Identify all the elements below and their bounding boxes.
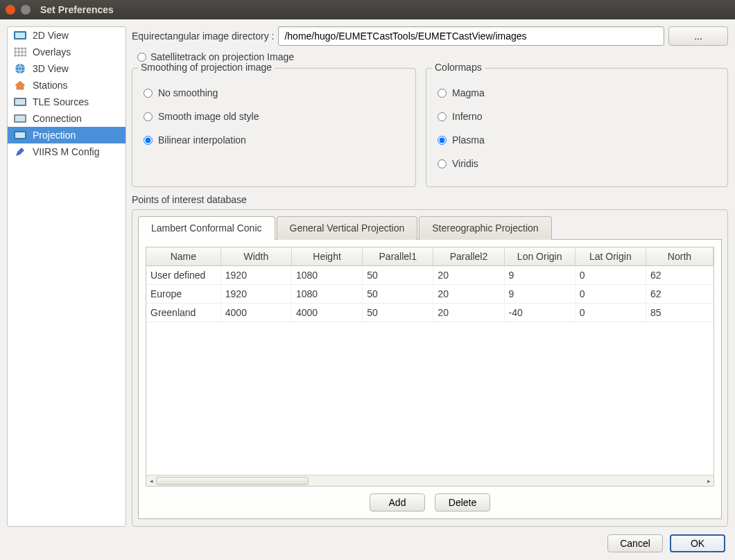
sidebar-item-stations[interactable]: Stations — [8, 77, 126, 94]
table-cell[interactable]: Greenland — [146, 304, 220, 322]
colormap-radio-2[interactable] — [438, 136, 447, 145]
add-button[interactable]: Add — [370, 493, 425, 511]
table-cell[interactable]: 20 — [433, 266, 504, 285]
equirect-dir-label: Equirectangular image directory : — [132, 30, 274, 42]
poi-table: NameWidthHeightParallel1Parallel2Lon Ori… — [146, 247, 714, 322]
cancel-button[interactable]: Cancel — [607, 534, 663, 552]
table-cell[interactable]: 62 — [646, 285, 713, 304]
table-cell[interactable]: 62 — [646, 266, 713, 285]
table-cell[interactable]: 50 — [363, 266, 433, 285]
column-header[interactable]: Parallel1 — [363, 247, 433, 266]
table-cell[interactable]: 4000 — [291, 304, 362, 322]
table-cell[interactable]: 9 — [504, 285, 575, 304]
table-cell[interactable]: 50 — [363, 285, 433, 304]
dialog-footer: Cancel OK — [0, 534, 735, 553]
sidebar-item-label: Stations — [33, 80, 68, 91]
house-icon — [13, 80, 27, 91]
colormap-radio-1[interactable] — [438, 112, 447, 121]
colormap-option-label: Viridis — [452, 158, 478, 169]
poi-table-wrap: NameWidthHeightParallel1Parallel2Lon Ori… — [146, 247, 714, 487]
column-header[interactable]: Height — [291, 247, 362, 266]
title-bar: Set Preferences — [0, 0, 735, 19]
delete-button[interactable]: Delete — [435, 493, 490, 511]
colormap-radio-3[interactable] — [438, 159, 447, 168]
pen-icon — [13, 146, 27, 157]
sidebar-item-tle-sources[interactable]: TLE Sources — [8, 94, 126, 110]
table-cell[interactable]: Europe — [146, 285, 220, 304]
colormap-option-label: Plasma — [452, 134, 485, 146]
colormap-radio-0[interactable] — [438, 89, 447, 98]
table-cell[interactable]: -40 — [504, 304, 575, 322]
sidebar-item-label: VIIRS M Config — [33, 146, 99, 157]
scroll-thumb[interactable] — [156, 477, 309, 485]
table-cell[interactable]: 0 — [575, 304, 646, 322]
sidebar-item-label: Overlays — [33, 46, 71, 58]
table-cell[interactable]: 50 — [363, 304, 433, 322]
scroll-right-icon[interactable]: ▸ — [704, 475, 714, 487]
map-2d-icon — [13, 30, 27, 41]
svg-rect-1 — [15, 33, 25, 38]
sidebar-item-overlays[interactable]: Overlays — [8, 44, 126, 60]
table-cell[interactable]: 85 — [646, 304, 713, 322]
table-row[interactable]: User defined1920108050209062 — [146, 266, 714, 285]
table-cell[interactable]: 1080 — [291, 266, 362, 285]
browse-button[interactable]: ... — [668, 26, 728, 46]
scroll-left-icon[interactable]: ◂ — [146, 475, 156, 487]
column-header[interactable]: Name — [146, 247, 220, 266]
equirect-dir-input[interactable] — [278, 26, 664, 46]
sidebar-item-3d-view[interactable]: 3D View — [8, 60, 126, 77]
sidebar-item-label: 2D View — [33, 30, 69, 41]
colormaps-group: Colormaps MagmaInfernoPlasmaViridis — [426, 68, 728, 187]
tab-general-vertical-projection[interactable]: General Vertical Projection — [277, 216, 418, 240]
table-row[interactable]: Europe1920108050209062 — [146, 285, 714, 304]
table-cell[interactable]: 0 — [575, 266, 646, 285]
column-header[interactable]: Lon Origin — [504, 247, 575, 266]
sidebar-item-label: Projection — [33, 130, 76, 141]
close-icon[interactable] — [6, 5, 15, 15]
poi-database-box: Lambert Conformal ConicGeneral Vertical … — [132, 209, 728, 527]
column-header[interactable]: Width — [220, 247, 291, 266]
map-proj-icon — [13, 130, 27, 141]
sidebar-item-projection[interactable]: Projection — [8, 127, 126, 143]
table-cell[interactable]: 9 — [504, 266, 575, 285]
sat-track-radio[interactable] — [137, 53, 146, 62]
sidebar-item-label: 3D View — [33, 63, 69, 74]
table-cell[interactable]: 20 — [433, 285, 504, 304]
table-cell[interactable]: 0 — [575, 285, 646, 304]
sat-track-label: Satellitetrack on projection Image — [150, 51, 294, 62]
column-header[interactable]: Parallel2 — [433, 247, 504, 266]
svg-rect-15 — [15, 116, 25, 121]
minimize-icon[interactable] — [21, 5, 31, 15]
sidebar-item-connection[interactable]: Connection — [8, 110, 126, 127]
table-row[interactable]: Greenland400040005020-40085 — [146, 304, 714, 322]
sidebar-item-viirs-m-config[interactable]: VIIRS M Config — [8, 143, 126, 160]
svg-point-9 — [15, 64, 25, 73]
smoothing-radio-1[interactable] — [144, 112, 153, 121]
smoothing-option-label: No smoothing — [158, 87, 218, 98]
printer-icon — [13, 96, 27, 107]
sidebar-item-2d-view[interactable]: 2D View — [8, 27, 126, 44]
svg-rect-13 — [15, 99, 25, 105]
window-title: Set Preferences — [40, 4, 114, 15]
column-header[interactable]: North — [646, 247, 713, 266]
colormaps-legend: Colormaps — [432, 62, 485, 73]
table-cell[interactable]: User defined — [146, 266, 220, 285]
table-cell[interactable]: 1920 — [220, 285, 291, 304]
ok-button[interactable]: OK — [670, 534, 725, 552]
table-cell[interactable]: 4000 — [220, 304, 291, 322]
tab-lambert-conformal-conic[interactable]: Lambert Conformal Conic — [138, 216, 275, 240]
table-cell[interactable]: 1920 — [220, 266, 291, 285]
smoothing-option-label: Bilinear interpolation — [158, 134, 246, 146]
smoothing-radio-2[interactable] — [144, 136, 153, 145]
table-cell[interactable]: 20 — [433, 304, 504, 322]
table-cell[interactable]: 1080 — [291, 285, 362, 304]
smoothing-radio-0[interactable] — [144, 89, 153, 98]
svg-rect-17 — [15, 132, 25, 138]
tab-stereographic-projection[interactable]: Stereographic Projection — [419, 216, 551, 240]
smoothing-option-label: Smooth image old style — [158, 111, 259, 122]
column-header[interactable]: Lat Origin — [575, 247, 646, 266]
horizontal-scrollbar[interactable]: ◂ ▸ — [146, 475, 714, 486]
grid-icon — [13, 46, 27, 58]
poi-label: Points of interest database — [132, 194, 728, 205]
gear-icon — [13, 113, 27, 124]
